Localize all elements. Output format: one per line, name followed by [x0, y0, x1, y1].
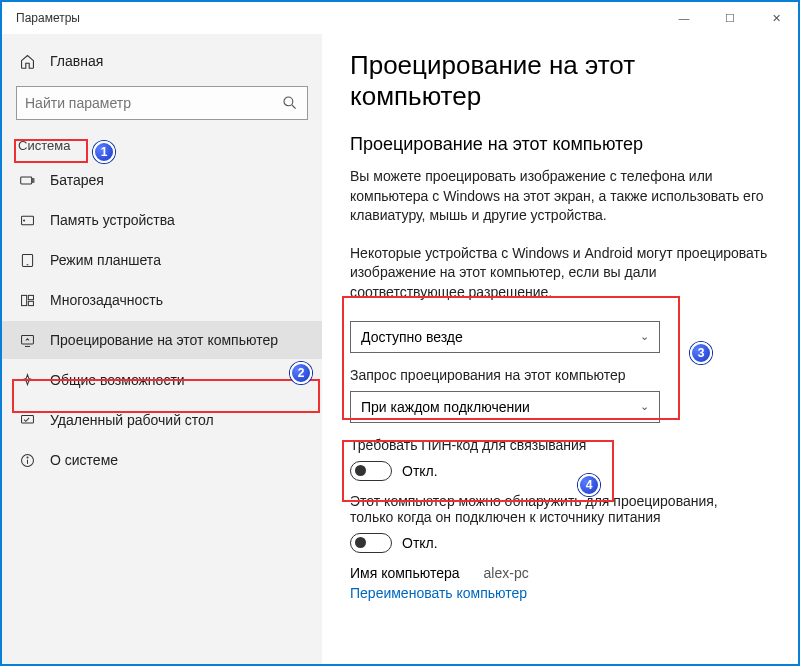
chevron-down-icon: ⌄: [640, 400, 649, 413]
main-panel: Проецирование на этот компьютер Проециро…: [322, 34, 798, 664]
minimize-button[interactable]: —: [670, 12, 698, 24]
pcname-label: Имя компьютера: [350, 565, 460, 581]
sidebar: Главная Система Батарея: [2, 34, 322, 664]
svg-point-0: [284, 97, 293, 106]
sidebar-item-label: Общие возможности: [50, 372, 185, 388]
info-icon: [18, 451, 36, 469]
ask-select[interactable]: При каждом подключении ⌄: [350, 391, 660, 423]
pin-toggle[interactable]: [350, 461, 392, 481]
chevron-down-icon: ⌄: [640, 330, 649, 343]
sidebar-item-label: Батарея: [50, 172, 104, 188]
sidebar-item-about[interactable]: О системе: [2, 441, 322, 479]
page-title: Проецирование на этот компьютер: [350, 50, 770, 112]
project-icon: [18, 331, 36, 349]
tablet-icon: [18, 251, 36, 269]
remote-icon: [18, 411, 36, 429]
search-field[interactable]: [25, 95, 281, 111]
power-toggle[interactable]: [350, 533, 392, 553]
pin-label: Требовать ПИН-код для связывания: [350, 437, 730, 453]
pin-toggle-value: Откл.: [402, 463, 438, 479]
svg-line-1: [292, 105, 296, 109]
sidebar-item-storage[interactable]: Память устройства: [2, 201, 322, 239]
svg-rect-11: [21, 335, 33, 344]
rename-link[interactable]: Переименовать компьютер: [350, 585, 770, 601]
sidebar-item-label: Режим планшета: [50, 252, 161, 268]
svg-rect-3: [32, 178, 34, 181]
availability-value: Доступно везде: [361, 329, 463, 345]
sidebar-item-battery[interactable]: Батарея: [2, 161, 322, 199]
search-icon: [281, 94, 299, 112]
home-icon: [18, 52, 36, 70]
svg-rect-9: [28, 295, 33, 299]
svg-rect-8: [21, 295, 26, 305]
titlebar: Параметры — ☐ ✕: [2, 2, 798, 34]
power-toggle-value: Откл.: [402, 535, 438, 551]
nav-home[interactable]: Главная: [2, 42, 322, 80]
category-label: Система: [18, 138, 70, 153]
ask-value: При каждом подключении: [361, 399, 530, 415]
sidebar-item-label: О системе: [50, 452, 118, 468]
sidebar-item-label: Проецирование на этот компьютер: [50, 332, 278, 348]
storage-icon: [18, 211, 36, 229]
sidebar-item-tablet[interactable]: Режим планшета: [2, 241, 322, 279]
window-controls: — ☐ ✕: [670, 12, 790, 25]
description-1: Вы можете проецировать изображение с тел…: [350, 167, 770, 226]
svg-rect-2: [20, 177, 31, 184]
sidebar-item-shared[interactable]: Общие возможности: [2, 361, 322, 399]
svg-point-15: [26, 457, 27, 458]
category-system[interactable]: Система: [2, 132, 322, 159]
section-subtitle: Проецирование на этот компьютер: [350, 134, 770, 155]
nav-home-label: Главная: [50, 53, 103, 69]
svg-point-5: [23, 219, 24, 220]
search-input[interactable]: [16, 86, 308, 120]
svg-rect-10: [28, 301, 33, 305]
battery-icon: [18, 171, 36, 189]
sidebar-item-multitask[interactable]: Многозадачность: [2, 281, 322, 319]
availability-select[interactable]: Доступно везде ⌄: [350, 321, 660, 353]
ask-label: Запрос проецирования на этот компьютер: [350, 367, 730, 383]
power-label: Этот компьютер можно обнаружить для прое…: [350, 493, 750, 525]
sidebar-item-remote[interactable]: Удаленный рабочий стол: [2, 401, 322, 439]
maximize-button[interactable]: ☐: [716, 12, 744, 25]
close-button[interactable]: ✕: [762, 12, 790, 25]
sidebar-item-label: Удаленный рабочий стол: [50, 412, 214, 428]
description-2: Некоторые устройства с Windows и Android…: [350, 244, 770, 303]
pcname-value: alex-pc: [484, 565, 529, 581]
sidebar-item-projecting[interactable]: Проецирование на этот компьютер: [2, 321, 322, 359]
sidebar-item-label: Память устройства: [50, 212, 175, 228]
sidebar-item-label: Многозадачность: [50, 292, 163, 308]
multitask-icon: [18, 291, 36, 309]
shared-icon: [18, 371, 36, 389]
window-title: Параметры: [16, 11, 80, 25]
